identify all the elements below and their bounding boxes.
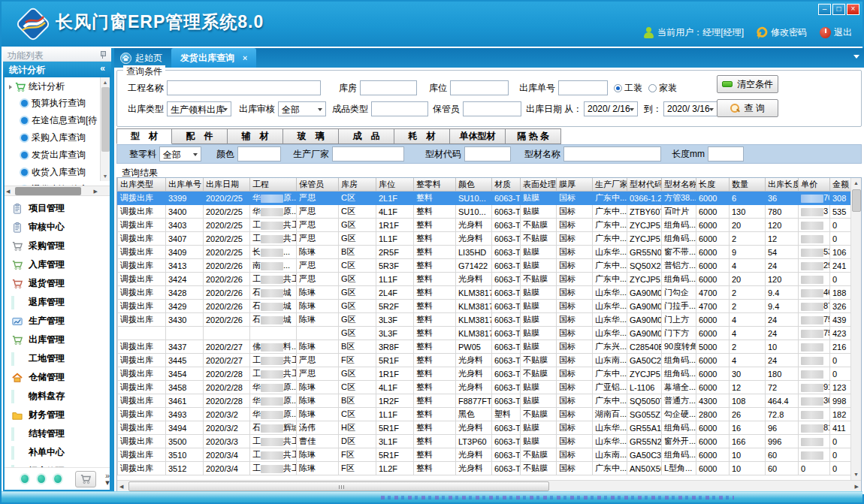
grid-row-16[interactable]: 调拨出库34932020/3/2华原...陈琳C区1L1F整料黑色塑料不贴膜国标…	[118, 408, 857, 421]
code-input[interactable]	[464, 146, 511, 161]
tree-expander-icon[interactable]	[9, 85, 12, 89]
scroll-right-icon[interactable]: ▶	[855, 481, 859, 492]
quick-dot-icon[interactable]	[38, 475, 45, 483]
clear-conditions-button[interactable]: 清空条件	[717, 75, 778, 93]
column-header[interactable]: 保管员	[297, 178, 339, 192]
scroll-down-icon[interactable]: ▼	[101, 171, 110, 181]
grid-row-6[interactable]: 调拨出库34242020/2/26工共工程严思G区1L1F整料光身料6063-T…	[118, 273, 857, 286]
grid-row-9[interactable]: 调拨出库34302020/2/26石城陈琳G区3L3F整料KLM38176063…	[118, 313, 857, 327]
column-header[interactable]: 数量	[730, 178, 766, 192]
grid-row-1[interactable]: 调拨出库34002020/2/25华原...严思C区4L1F整料SU10...6…	[118, 205, 857, 219]
menu-item-8[interactable]: 工地管理	[5, 349, 110, 368]
pin-icon[interactable]	[99, 51, 105, 57]
column-header[interactable]: 长度	[696, 178, 730, 192]
menu-item-10[interactable]: 物料盘存	[5, 387, 110, 406]
menu-item-7[interactable]: 出库管理	[5, 330, 110, 349]
column-header[interactable]: 工程	[250, 178, 297, 192]
grid-row-15[interactable]: 调拨出库34612020/2/28华原...陈琳B区1R2F整料F8877FT6…	[118, 394, 857, 408]
out-type-select[interactable]: 生产领料出库	[167, 101, 231, 116]
material-tab-7[interactable]: 隔 热 条	[506, 128, 561, 144]
name-input[interactable]	[563, 146, 661, 161]
menu-item-12[interactable]: 结转管理	[5, 424, 110, 443]
material-tab-2[interactable]: 辅 材	[228, 128, 283, 144]
menu-item-2[interactable]: 采购管理	[5, 237, 110, 255]
grid-row-7[interactable]: 调拨出库34282020/2/26石城陈琳G区2L4F整料KLM38176063…	[118, 286, 857, 300]
column-header[interactable]: 出库类型	[118, 178, 166, 192]
column-header[interactable]: 库房	[339, 178, 376, 192]
grid-row-4[interactable]: 调拨出库34092020/2/25长...陈琳B区2R5F整料LI35HD606…	[118, 246, 857, 259]
maximize-button[interactable]: □	[832, 4, 845, 15]
length-input[interactable]	[708, 146, 744, 161]
quick-dot-icon[interactable]	[21, 475, 29, 483]
column-header[interactable]: 出库长度	[766, 178, 799, 192]
material-tab-0[interactable]: 型 材	[116, 128, 172, 144]
grid-row-20[interactable]: 调拨出库35122020/3/4工共工程陈琳F区1L2F整料光身料6063-T5…	[118, 462, 857, 475]
material-tab-4[interactable]: 成 品	[339, 128, 394, 144]
scroll-down-icon[interactable]: ▼	[851, 469, 861, 480]
sidebar-overflow-button[interactable]: »▾	[105, 472, 110, 486]
material-tab-3[interactable]: 玻 璃	[283, 128, 339, 144]
grid-row-5[interactable]: 调拨出库34132020/2/26南...严思C区5R3F整料G71422606…	[118, 259, 857, 273]
column-header[interactable]: 出库日期	[204, 178, 250, 192]
factory-input[interactable]	[332, 146, 404, 161]
tab-close-icon[interactable]: ×	[243, 53, 247, 62]
menu-item-4[interactable]: 退货管理	[5, 274, 110, 293]
change-password-button[interactable]: 修改密码	[757, 26, 807, 39]
tree-item-0[interactable]: 预算执行查询	[5, 95, 110, 112]
scroll-up-icon[interactable]: ▲	[101, 77, 110, 87]
grid-row-12[interactable]: 调拨出库34452020/2/27工共工程严思F区5R1F整料光身料6063-T…	[118, 354, 857, 367]
audit-select[interactable]: 全部	[278, 101, 326, 116]
tree-horizontal-scrollbar[interactable]: ◀ ▶	[5, 186, 110, 195]
menu-item-13[interactable]: 补单中心	[5, 443, 110, 462]
cart-quick-button[interactable]	[75, 471, 96, 487]
project-name-input[interactable]	[167, 80, 321, 95]
order-no-input[interactable]	[558, 80, 608, 95]
scroll-left-icon[interactable]: ◀	[6, 186, 10, 196]
tree-vertical-scrollbar[interactable]: ▲ ▼	[100, 77, 110, 181]
material-tab-1[interactable]: 配 件	[172, 128, 228, 144]
material-tab-6[interactable]: 单体型材	[450, 128, 506, 144]
scroll-right-icon[interactable]: ▶	[94, 186, 98, 196]
grid-row-13[interactable]: 调拨出库34542020/2/28工共工程严思G区1R1F整料光身料6063-T…	[118, 367, 857, 381]
column-header[interactable]: 颜色	[456, 178, 492, 192]
minimize-button[interactable]: –	[818, 4, 831, 15]
menu-item-1[interactable]: 审核中心	[5, 218, 110, 237]
quick-dot-icon[interactable]	[54, 475, 62, 483]
date-to-picker[interactable]: 2020/ 3/16	[663, 101, 717, 116]
tree-item-2[interactable]: 采购入库查询	[5, 129, 110, 146]
scroll-left-icon[interactable]: ◀	[119, 481, 123, 492]
grid-row-2[interactable]: 调拨出库34032020/2/25工共工程严思G区1R1F整料光身料6063-T…	[118, 219, 857, 232]
column-header[interactable]: 库位	[376, 178, 414, 192]
grid-row-8[interactable]: 调拨出库34292020/2/26石城陈琳G区5R2F整料KLM38176063…	[118, 300, 857, 313]
radio-gongzhuang[interactable]: 工装	[614, 82, 642, 95]
keeper-input[interactable]	[463, 101, 521, 116]
tree-root[interactable]: 统计分析	[5, 77, 110, 95]
column-header[interactable]: 材质	[492, 178, 521, 192]
column-header[interactable]: 表面处理	[521, 178, 557, 192]
menu-item-0[interactable]: 项目管理	[5, 199, 110, 218]
tree-item-3[interactable]: 发货出库查询	[5, 146, 110, 164]
grid-row-14[interactable]: 调拨出库34582020/2/28华原...陈琳C区4L1F整料光身料6063-…	[118, 381, 857, 394]
material-tab-5[interactable]: 耗 材	[394, 128, 450, 144]
warehouse-input[interactable]	[360, 80, 417, 95]
menu-item-5[interactable]: 退库管理	[5, 293, 110, 312]
radio-jiazhuang[interactable]: 家装	[648, 82, 677, 95]
column-header[interactable]: 出库单号	[166, 178, 204, 192]
column-header[interactable]: 整零料	[414, 178, 456, 192]
grid-row-11[interactable]: 调拨出库34372020/2/27佛料...陈琳B区3R8F整料PW056063…	[118, 340, 857, 354]
logout-button[interactable]: 退出	[820, 26, 852, 39]
grid-row-0[interactable]: 调拨出库33992020/2/25华原...严思C区2L1F整料SU10...6…	[118, 192, 857, 205]
column-header[interactable]: 单价	[799, 178, 830, 192]
color-input[interactable]	[237, 146, 281, 161]
menu-item-6[interactable]: 生产管理	[5, 312, 110, 330]
tree-item-4[interactable]: 收货入库查询	[5, 164, 110, 181]
grid-row-18[interactable]: 调拨出库35002020/3/3工共工程曹佳D区3L1F整料LT3P606063…	[118, 435, 857, 448]
column-header[interactable]: 型材代码	[627, 178, 662, 192]
grid-row-19[interactable]: 调拨出库35102020/3/4工共工程陈琳F区5R1F整料光身料6063-T5…	[118, 448, 857, 462]
menu-item-3[interactable]: 入库管理	[5, 255, 110, 274]
grid-row-10[interactable]: G区3L3F整料KLM38176063-T5贴膜国标山东华...GA90M09.…	[118, 327, 857, 340]
menu-item-11[interactable]: 财务管理	[5, 406, 110, 424]
tab-overflow-icon[interactable]	[853, 55, 859, 59]
tab-outbound-query[interactable]: 发货出库查询 ×	[171, 48, 256, 68]
location-input[interactable]	[450, 80, 509, 95]
